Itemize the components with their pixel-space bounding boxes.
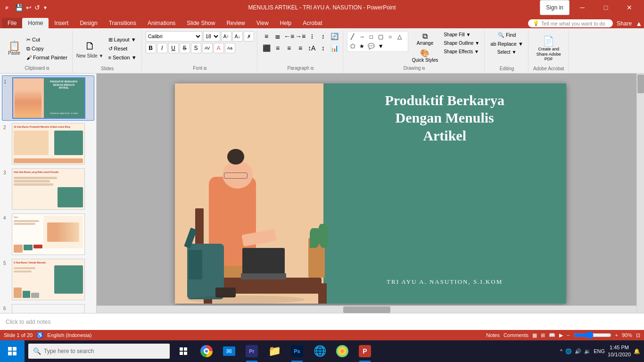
vertical-scrollbar[interactable] xyxy=(636,74,644,313)
normal-view-button[interactable]: ▦ xyxy=(532,332,537,338)
zoom-out-button[interactable]: − xyxy=(567,332,570,338)
cut-button[interactable]: ✂ Cut xyxy=(25,36,69,44)
speakers-icon[interactable]: 🔉 xyxy=(584,348,591,354)
slide-thumb-5[interactable]: 5 5 Alat-Bantu Terbaik Menulis xyxy=(2,257,94,302)
notes-area[interactable]: Click to add notes xyxy=(0,313,644,330)
quick-styles-button[interactable]: 🎨 Quick Styles xyxy=(410,48,440,64)
taskbar-mail[interactable]: ✉ xyxy=(219,340,239,362)
network-icon[interactable]: 🌐 xyxy=(565,348,572,354)
tell-me-box[interactable]: 💡 Tell me what you want to do xyxy=(528,19,613,27)
shape-circle[interactable]: ○ xyxy=(386,33,395,41)
align-center-button[interactable]: ≡ xyxy=(272,43,283,53)
slideshow-button[interactable]: ▶ xyxy=(559,332,563,338)
slide-subtitle[interactable]: TRI AYU A. NASUTION, S.I.KOM xyxy=(327,278,562,286)
slide-sorter-button[interactable]: ⊞ xyxy=(541,332,545,338)
numbered-list-button[interactable]: ≣ xyxy=(272,31,283,41)
shape-rounded-rect[interactable]: ▢ xyxy=(377,33,385,41)
shape-star[interactable]: ★ xyxy=(358,42,366,50)
collapse-ribbon-button[interactable]: ▲ xyxy=(636,20,642,27)
underline-button[interactable]: U xyxy=(168,43,179,53)
tab-file[interactable]: File xyxy=(2,18,22,28)
slide-thumb-2[interactable]: 2 10 Alat-Bantu Produktif Menulis Artike… xyxy=(2,122,94,166)
bold-button[interactable]: B xyxy=(146,43,156,53)
taskbar-paint[interactable] xyxy=(332,340,353,362)
taskbar-premiere[interactable]: Pr xyxy=(241,340,262,362)
start-button[interactable] xyxy=(0,340,25,362)
taskbar-globe[interactable]: 🌐 xyxy=(309,340,330,362)
increase-font-button[interactable]: A↑ xyxy=(221,31,231,41)
horizontal-scrollbar[interactable] xyxy=(97,305,636,313)
decrease-indent-button[interactable]: ←≡ xyxy=(284,31,294,41)
shape-callout[interactable]: 💬 xyxy=(367,42,376,50)
line-spacing-button[interactable]: ↕ xyxy=(318,31,328,41)
zoom-level[interactable]: 90% xyxy=(622,332,632,338)
slide-thumb-3[interactable]: 3 Alat-Alat Bantu yang Baik untuk Penuli… xyxy=(2,167,94,211)
strikethrough-button[interactable]: S xyxy=(180,43,190,53)
shape-outline-button[interactable]: Shape Outline ▼ xyxy=(442,40,481,47)
quick-access-dropdown[interactable]: ▼ xyxy=(43,5,48,10)
paste-button[interactable]: 📋 Paste xyxy=(5,40,24,57)
font-family-select[interactable]: Calibri xyxy=(146,31,202,41)
share-button[interactable]: Share xyxy=(617,20,632,27)
shape-line[interactable]: ╱ xyxy=(348,33,357,41)
slide-thumb-4[interactable]: 4 Topic xyxy=(2,212,94,256)
tab-review[interactable]: Review xyxy=(221,18,250,28)
align-right-button[interactable]: ≡ xyxy=(284,43,294,53)
notes-button[interactable]: Notes xyxy=(486,332,500,338)
undo-button[interactable]: ↩ xyxy=(26,4,32,11)
find-button[interactable]: 🔍 Find xyxy=(496,31,518,39)
tab-view[interactable]: View xyxy=(251,18,274,28)
clock[interactable]: 1:45 PM 10/1/2020 xyxy=(608,344,631,359)
bullet-list-button[interactable]: ≡ xyxy=(261,31,272,41)
slide-main-title[interactable]: Produktif Berkaryadengan MenulisArtikel xyxy=(327,88,562,148)
slide-thumb-6[interactable]: 6 Section xyxy=(2,303,94,313)
task-view-button[interactable] xyxy=(173,340,194,362)
maximize-button[interactable]: □ xyxy=(595,0,617,15)
reading-view-button[interactable]: 📖 xyxy=(549,332,555,338)
columns-button[interactable]: ⫶ xyxy=(306,31,317,41)
create-pdf-button[interactable]: 📄 Create and Share Adobe PDF xyxy=(532,34,565,63)
format-painter-button[interactable]: 🖌 Format Painter xyxy=(25,54,69,61)
new-slide-label[interactable]: New Slide ▼ xyxy=(76,53,104,58)
taskbar-photoshop[interactable]: Ps xyxy=(287,340,307,362)
font-case-button[interactable]: Aa xyxy=(225,43,235,53)
shape-effects-button[interactable]: Shape Effects ▼ xyxy=(442,48,481,55)
accessibility-icon[interactable]: ♿ xyxy=(36,332,43,338)
justify-button[interactable]: ≡ xyxy=(295,43,305,53)
convert-smartart-button[interactable]: 🔄 xyxy=(329,31,339,41)
new-slide-button[interactable]: 🗋 xyxy=(83,39,98,53)
tab-slideshow[interactable]: Slide Show xyxy=(181,18,221,28)
taskbar-files[interactable]: 📁 xyxy=(264,340,285,362)
shape-triangle[interactable]: △ xyxy=(396,33,404,41)
tab-help[interactable]: Help xyxy=(274,18,297,28)
taskbar-chrome[interactable] xyxy=(196,340,217,362)
reset-button[interactable]: ↺ Reset xyxy=(107,45,139,53)
fit-slide-button[interactable]: ⊡ xyxy=(636,332,640,338)
zoom-in-button[interactable]: + xyxy=(615,332,618,338)
clear-format-button[interactable]: ✗ xyxy=(244,31,254,41)
font-size-select[interactable]: 18 xyxy=(203,31,220,41)
tab-animations[interactable]: Animations xyxy=(142,18,181,28)
shapes-more[interactable]: ▼ xyxy=(377,42,385,50)
shape-rect[interactable]: □ xyxy=(367,33,376,41)
signin-button[interactable]: Sign in xyxy=(540,0,570,15)
smartart-button[interactable]: 📊 xyxy=(329,43,339,53)
tab-home[interactable]: Home xyxy=(22,18,49,28)
shape-fill-button[interactable]: Shape Fill ▼ xyxy=(442,31,481,38)
comments-button[interactable]: Comments xyxy=(504,332,528,338)
tray-up-arrow[interactable]: ^ xyxy=(560,348,562,354)
align-text-button[interactable]: ↕ xyxy=(318,43,328,53)
text-direction-button[interactable]: ↕A xyxy=(306,43,317,53)
redo-button[interactable]: ↺ xyxy=(34,4,40,11)
notification-button[interactable]: 🔔 xyxy=(634,348,640,354)
shape-arrow[interactable]: → xyxy=(358,33,366,41)
language-label[interactable]: English (Indonesia) xyxy=(47,332,91,338)
decrease-font-button[interactable]: A↓ xyxy=(232,31,243,41)
font-spacing-button[interactable]: AV xyxy=(202,43,213,53)
taskbar-search[interactable]: 🔍 Type here to search xyxy=(28,344,170,359)
italic-button[interactable]: I xyxy=(157,43,167,53)
tab-insert[interactable]: Insert xyxy=(49,18,74,28)
arrange-button[interactable]: ⧉ Arrange xyxy=(410,31,440,47)
shadow-button[interactable]: S xyxy=(191,43,201,53)
font-color-button[interactable]: A xyxy=(214,43,224,53)
